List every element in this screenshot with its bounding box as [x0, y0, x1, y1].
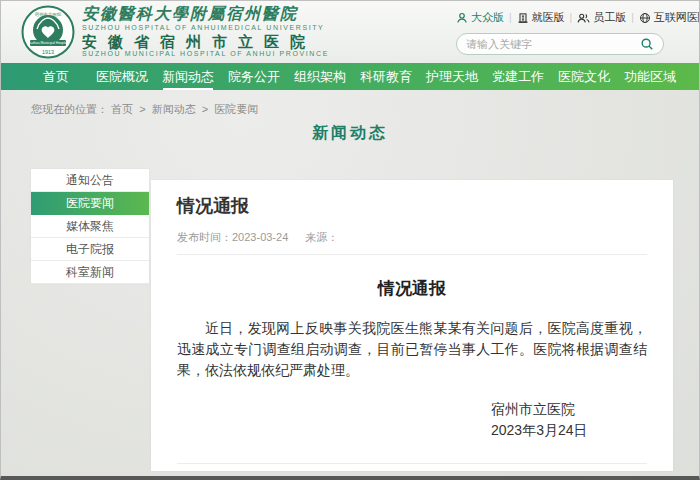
article-body-text: 近日，发现网上反映事关我院医生熊某某有关问题后，医院高度重视，迅速成立专门调查组… [177, 318, 647, 381]
site-search-box [456, 33, 664, 55]
source-label: 来源： [305, 231, 338, 243]
sidebar-item-department-news[interactable]: 科室新闻 [31, 261, 149, 284]
svg-text:Suzhou Municipal Hospital: Suzhou Municipal Hospital [28, 41, 68, 45]
article-signature: 宿州市立医院 2023年3月24日 [491, 399, 647, 441]
link-separator: | [509, 12, 512, 23]
breadcrumb-home[interactable]: 首页 [111, 103, 133, 115]
section-title: 新闻动态 [1, 123, 699, 144]
search-button[interactable] [640, 37, 654, 51]
link-label: 员工版 [593, 10, 626, 25]
building-icon [517, 12, 529, 24]
hospital-name-block: 安徽醫科大學附屬宿州醫院 SUZHOU HOSPITAL OF ANHUIMED… [82, 6, 329, 57]
breadcrumb-separator: > [202, 103, 208, 115]
site-header: 宿州市立医院 Suzhou Municipal Hospital 1913 安徽… [1, 1, 699, 63]
link-separator: | [570, 12, 573, 23]
header-right-block: 大众版 | 就医版 | 员工版 | 互联网医院 [456, 10, 664, 55]
link-internet-hospital[interactable]: 互联网医院 [639, 10, 700, 25]
sidebar-item-e-newspaper[interactable]: 电子院报 [31, 238, 149, 261]
hospital-name-calligraphy: 安徽醫科大學附屬宿州醫院 [82, 6, 329, 23]
link-label: 就医版 [532, 10, 565, 25]
nav-item-affairs[interactable]: 院务公开 [227, 63, 281, 90]
link-separator: | [631, 12, 634, 23]
people-icon [577, 12, 590, 24]
breadcrumb-hospital-news[interactable]: 医院要闻 [214, 103, 258, 115]
hospital-website-page: 宿州市立医院 Suzhou Municipal Hospital 1913 安徽… [0, 0, 700, 480]
hospital-name-chinese: 安徽省宿州市立医院 [82, 34, 329, 50]
signature-date: 2023年3月24日 [491, 420, 647, 441]
nav-item-news[interactable]: 新闻动态 [161, 63, 215, 90]
search-icon [640, 37, 654, 51]
link-public-version[interactable]: 大众版 [456, 10, 504, 25]
nav-item-functional-zone[interactable]: 功能区域 [623, 63, 677, 90]
sidebar-menu: 通知公告 医院要闻 媒体聚焦 电子院报 科室新闻 [31, 169, 149, 284]
search-input[interactable] [466, 38, 640, 50]
link-label: 大众版 [471, 10, 504, 25]
nav-item-hospital-overview[interactable]: 医院概况 [95, 63, 149, 90]
person-icon [456, 12, 468, 24]
nav-item-culture[interactable]: 医院文化 [557, 63, 611, 90]
nav-item-nursing[interactable]: 护理天地 [425, 63, 479, 90]
sidebar-item-media-focus[interactable]: 媒体聚焦 [31, 215, 149, 238]
hospital-logo[interactable]: 宿州市立医院 Suzhou Municipal Hospital 1913 安徽… [21, 5, 329, 59]
main-nav: 首页 医院概况 新闻动态 院务公开 组织架构 科研教育 护理天地 党建工作 医院… [1, 63, 699, 90]
nav-item-home[interactable]: 首页 [29, 63, 83, 90]
publish-time-label: 发布时间： [177, 231, 232, 243]
svg-text:1913: 1913 [42, 49, 54, 55]
link-label: 互联网医院 [654, 10, 700, 25]
breadcrumb-separator: > [139, 103, 145, 115]
nav-item-organization[interactable]: 组织架构 [293, 63, 347, 90]
hospital-emblem-icon: 宿州市立医院 Suzhou Municipal Hospital 1913 [21, 5, 75, 59]
breadcrumb-news[interactable]: 新闻动态 [152, 103, 196, 115]
article-title: 情况通报 [177, 194, 647, 218]
hospital-name-english-2: SUZHOU MUNICIPAL HOSPITAL OF ANHUI PROVI… [82, 50, 329, 57]
sidebar-item-notices[interactable]: 通知公告 [31, 169, 149, 192]
nav-item-party-building[interactable]: 党建工作 [491, 63, 545, 90]
publish-time: 发布时间：2023-03-24 [177, 231, 288, 243]
breadcrumb-prefix: 您现在的位置： [31, 103, 108, 115]
link-staff-version[interactable]: 员工版 [577, 10, 626, 25]
nav-item-research-education[interactable]: 科研教育 [359, 63, 413, 90]
site-version-links: 大众版 | 就医版 | 员工版 | 互联网医院 [456, 10, 664, 25]
article-meta: 发布时间：2023-03-24 来源： [177, 230, 647, 255]
article-panel: 情况通报 发布时间：2023-03-24 来源： 情况通报 近日，发现网上反映事… [151, 180, 673, 471]
sidebar-item-hospital-news[interactable]: 医院要闻 [31, 192, 149, 215]
link-patient-version[interactable]: 就医版 [517, 10, 565, 25]
publish-time-value: 2023-03-24 [232, 231, 288, 243]
breadcrumb: 您现在的位置： 首页 > 新闻动态 > 医院要闻 [31, 102, 258, 117]
hospital-name-english-1: SUZHOU HOSPITAL OF ANHUIMEDICAL UNIVERSI… [82, 24, 329, 31]
article-body-title: 情况通报 [177, 277, 647, 300]
article-pager: 上一篇：无 下一篇：宿州市立医院肿瘤内科开展“三八妇女节”防癌科普宣传 [177, 463, 647, 471]
globe-icon [639, 12, 651, 24]
signature-name: 宿州市立医院 [491, 399, 647, 420]
